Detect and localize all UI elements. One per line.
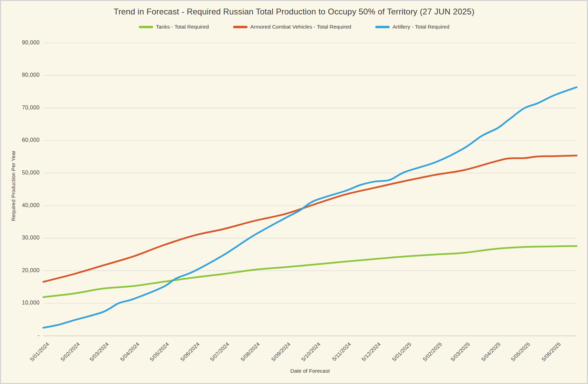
y-tick-label: 70,000 [8,105,40,111]
y-tick-label: 30,000 [8,235,40,241]
y-tick-label: 60,000 [8,137,40,143]
y-tick-label: 20,000 [8,267,40,274]
y-tick-label: 50,000 [8,170,40,176]
y-tick-label: 40,000 [8,202,40,209]
x-axis-title: Date of Forecast [43,368,577,374]
y-tick-label: 10,000 [8,300,40,306]
y-tick-label: 90,000 [8,40,40,46]
y-tick-label: 80,000 [8,72,40,78]
y-tick-label: - [8,332,40,339]
gridlines [43,43,577,336]
series-line-armored [43,156,577,282]
series-line-artillery [43,87,577,328]
series-lines [43,87,577,328]
chart-frame: Trend in Forecast - Required Russian Tot… [0,0,588,384]
series-line-tanks [43,246,577,297]
plot-area [1,1,588,384]
